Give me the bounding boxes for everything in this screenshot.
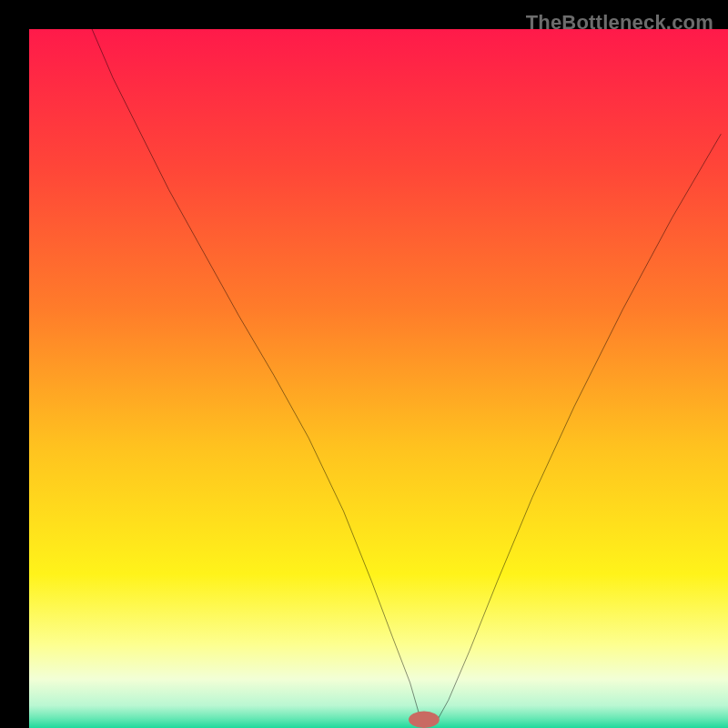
chart-frame: TheBottleneck.com	[15, 15, 713, 713]
watermark-text: TheBottleneck.com	[526, 11, 713, 35]
chart-background	[29, 29, 728, 728]
optimal-marker	[409, 712, 440, 728]
bottleneck-chart	[29, 29, 728, 728]
